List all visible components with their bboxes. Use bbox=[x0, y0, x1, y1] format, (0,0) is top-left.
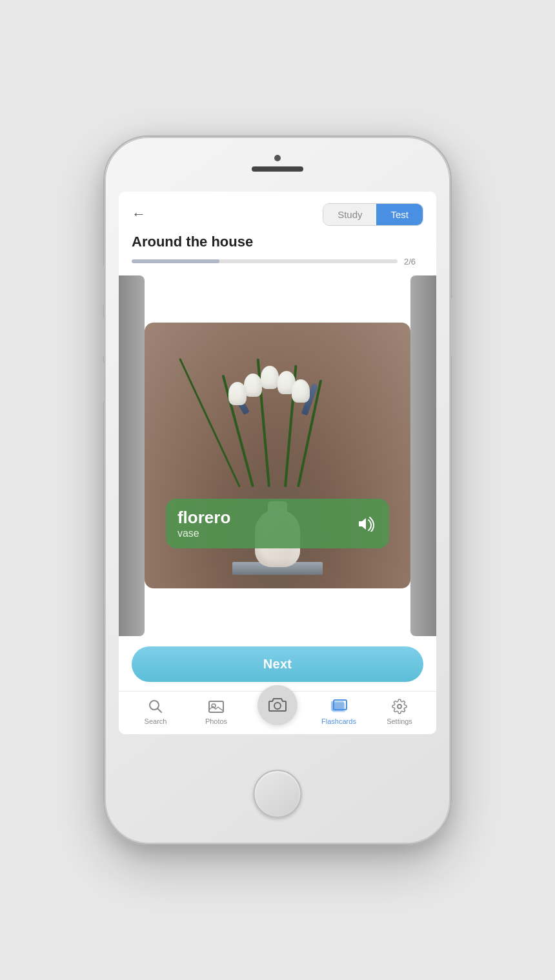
test-mode-button[interactable]: Test bbox=[376, 204, 423, 225]
camera-button[interactable] bbox=[257, 685, 298, 725]
progress-bar-fill bbox=[132, 259, 219, 263]
phone-wrapper: ← Study Test Around the house 2/6 bbox=[0, 0, 555, 980]
word-primary: florero bbox=[177, 508, 230, 528]
search-label: Search bbox=[145, 717, 167, 725]
settings-label: Settings bbox=[387, 717, 412, 725]
tulip-4 bbox=[292, 379, 310, 403]
back-button[interactable]: ← bbox=[132, 206, 146, 223]
card-image: florero vase bbox=[145, 323, 410, 588]
progress-row: 2/6 bbox=[132, 257, 423, 266]
bottom-nav: Search Photos bbox=[119, 691, 436, 734]
card-side-right bbox=[410, 275, 436, 636]
nav-item-settings[interactable]: Settings bbox=[380, 698, 419, 725]
content-area: Around the house 2/6 bbox=[119, 234, 436, 636]
flashcards-label: Flashcards bbox=[321, 717, 356, 725]
photos-icon bbox=[208, 698, 225, 715]
search-icon bbox=[147, 698, 164, 715]
photos-label: Photos bbox=[205, 717, 227, 725]
svg-rect-2 bbox=[209, 701, 223, 712]
svg-point-4 bbox=[274, 703, 281, 709]
nav-item-photos[interactable]: Photos bbox=[197, 698, 236, 725]
card-side-left bbox=[119, 275, 145, 636]
sound-icon[interactable] bbox=[354, 512, 378, 535]
tulip-1 bbox=[244, 374, 262, 397]
deck-title: Around the house bbox=[132, 234, 423, 250]
phone-top-area bbox=[252, 155, 303, 172]
nav-item-search[interactable]: Search bbox=[136, 698, 175, 725]
screen: ← Study Test Around the house 2/6 bbox=[119, 192, 436, 734]
home-button[interactable] bbox=[254, 770, 302, 818]
camera-dot bbox=[274, 155, 281, 161]
svg-point-8 bbox=[398, 705, 401, 708]
card-area: florero vase bbox=[119, 275, 436, 636]
svg-line-1 bbox=[157, 708, 161, 712]
stem-5 bbox=[179, 358, 241, 488]
next-btn-area: Next bbox=[119, 636, 436, 691]
word-secondary: vase bbox=[177, 528, 230, 539]
flashcards-icon bbox=[330, 698, 347, 715]
word-text-group: florero vase bbox=[177, 508, 230, 539]
app-header: ← Study Test bbox=[119, 192, 436, 234]
speaker bbox=[252, 166, 303, 172]
phone-body: ← Study Test Around the house 2/6 bbox=[103, 135, 452, 845]
progress-bar-track bbox=[132, 259, 398, 263]
progress-label: 2/6 bbox=[404, 257, 423, 266]
word-overlay: florero vase bbox=[166, 499, 389, 548]
settings-icon bbox=[391, 698, 408, 715]
next-button[interactable]: Next bbox=[132, 646, 423, 682]
tulip-5 bbox=[228, 382, 247, 405]
speaker-svg bbox=[357, 516, 375, 532]
study-mode-button[interactable]: Study bbox=[323, 204, 376, 225]
flashcard[interactable]: florero vase bbox=[145, 323, 410, 588]
mode-toggle: Study Test bbox=[323, 203, 423, 226]
nav-item-flashcards[interactable]: Flashcards bbox=[319, 698, 358, 725]
tulip-2 bbox=[261, 366, 279, 389]
